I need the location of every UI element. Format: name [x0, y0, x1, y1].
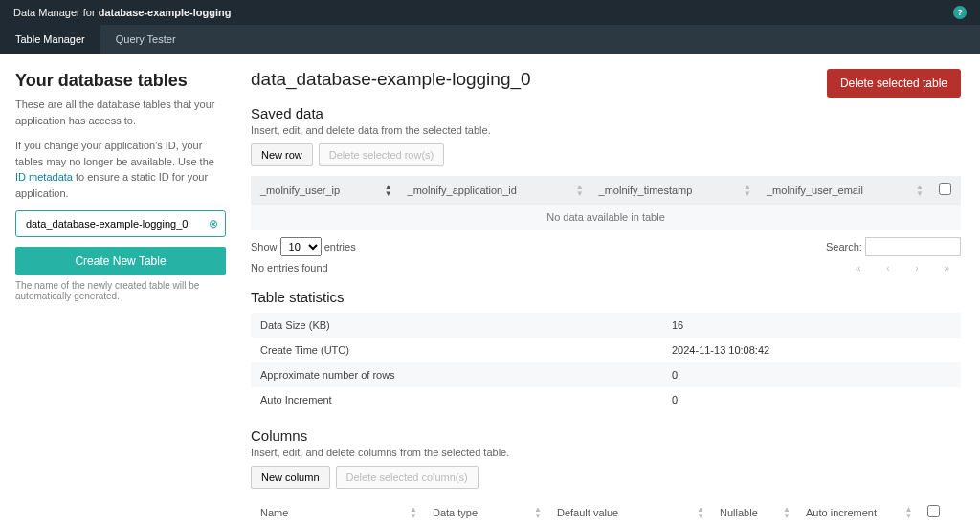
main: data_database-example-logging_0 Delete s…	[241, 54, 980, 526]
table-select: ⊗	[15, 210, 226, 237]
colhdr-nullable[interactable]: Nullable▲▼	[710, 498, 796, 526]
delete-columns-button: Delete selected column(s)	[336, 466, 479, 489]
delete-table-button[interactable]: Delete selected table	[827, 69, 961, 98]
columns-table: Name▲▼ Data type▲▼ Default value▲▼ Nulla…	[251, 498, 961, 526]
colhdr-type[interactable]: Data type▲▼	[423, 498, 547, 526]
columns-title: Columns	[251, 427, 961, 444]
create-table-button[interactable]: Create New Table	[15, 247, 226, 275]
select-all-columns-checkbox[interactable]	[927, 505, 940, 517]
title-prefix: Data Manager for	[13, 7, 96, 18]
delete-rows-button: Delete selected row(s)	[319, 143, 444, 166]
help-icon[interactable]: ?	[953, 6, 967, 19]
clear-icon[interactable]: ⊗	[209, 217, 218, 230]
colhdr-default[interactable]: Default value▲▼	[547, 498, 710, 526]
tab-table-manager[interactable]: Table Manager	[0, 25, 100, 54]
colhdr-auto[interactable]: Auto increment▲▼	[796, 498, 918, 526]
new-column-button[interactable]: New column	[251, 466, 330, 489]
sidebar-heading: Your database tables	[15, 71, 226, 91]
col-user-email[interactable]: _molnify_user_email▲▼	[757, 176, 929, 205]
saved-data-title: Saved data	[251, 105, 961, 121]
table-select-input[interactable]	[15, 210, 226, 237]
data-table: _molnify_user_ip▲▼ _molnify_application_…	[251, 176, 961, 230]
no-data-row: No data available in table	[251, 205, 961, 230]
topbar: Data Manager for database-example-loggin…	[0, 0, 980, 25]
entries-info: No entries found	[251, 262, 328, 274]
col-timestamp[interactable]: _molnify_timestamp▲▼	[590, 176, 757, 205]
title-name: database-example-logging	[99, 7, 232, 18]
select-all-checkbox[interactable]	[939, 183, 951, 195]
app-title: Data Manager for database-example-loggin…	[13, 7, 231, 18]
new-row-button[interactable]: New row	[251, 143, 313, 166]
pager[interactable]: « ‹ › »	[856, 263, 961, 274]
tabs: Table Manager Query Tester	[0, 25, 980, 54]
col-user-ip[interactable]: _molnify_user_ip▲▼	[251, 176, 398, 205]
sidebar: Your database tables These are all the d…	[0, 54, 241, 526]
columns-desc: Insert, edit, and delete columns from th…	[251, 447, 961, 458]
search-input[interactable]	[865, 237, 961, 256]
sidebar-desc-1: These are all the database tables that y…	[15, 97, 226, 128]
tab-query-tester[interactable]: Query Tester	[100, 25, 191, 54]
entries-control: Show 10 entries	[251, 237, 356, 256]
stats-title: Table statistics	[251, 289, 961, 305]
stats-table: Data Size (KB)16 Create Time (UTC)2024-1…	[251, 313, 961, 412]
saved-data-desc: Insert, edit, and delete data from the s…	[251, 124, 961, 136]
col-checkbox	[929, 176, 961, 205]
colhdr-name[interactable]: Name▲▼	[251, 498, 423, 526]
search-control: Search:	[826, 237, 961, 256]
col-app-id[interactable]: _molnify_application_id▲▼	[398, 176, 590, 205]
create-note: The name of the newly created table will…	[15, 280, 226, 301]
sidebar-desc-2: If you change your application's ID, you…	[15, 138, 226, 201]
colhdr-checkbox	[918, 498, 961, 526]
id-metadata-link[interactable]: ID metadata	[15, 171, 73, 183]
page-size-select[interactable]: 10	[280, 237, 322, 256]
